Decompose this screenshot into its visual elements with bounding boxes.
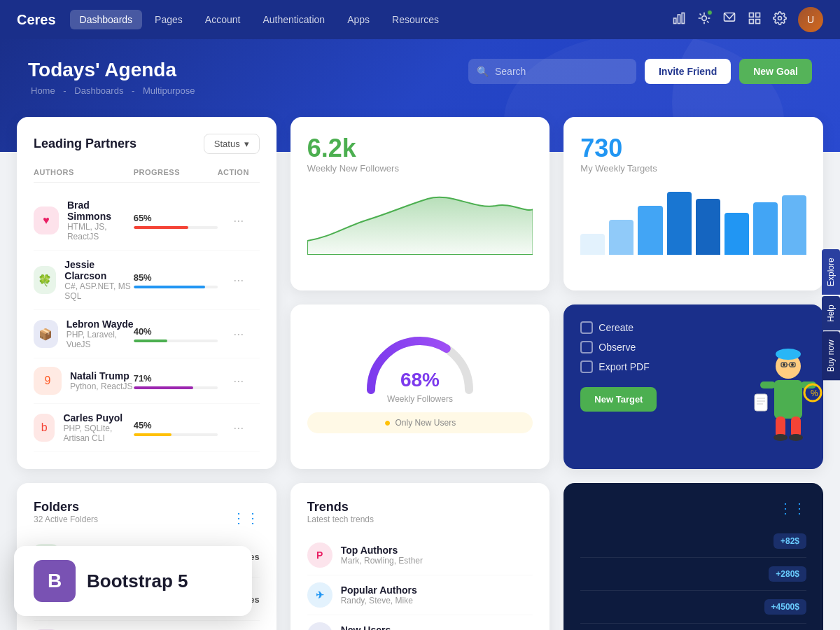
side-tab-explore[interactable]: Explore	[822, 249, 840, 295]
list-item: ⬆ Project Rider New frontend admin theme…	[34, 621, 260, 630]
progress-pct: 65%	[134, 213, 218, 223]
partner-info: 9 Natali Trump Python, ReactJS	[34, 367, 134, 395]
leading-partners-card: Leading Partners Status ▾ Authors Progre…	[17, 117, 276, 469]
table-row: ♥ Brad Simmons HTML, JS, ReactJS 65% ···	[34, 191, 260, 251]
col-progress: Progress	[134, 168, 218, 176]
bootstrap-icon: B	[34, 560, 76, 602]
more-button[interactable]: ···	[218, 374, 260, 388]
table-header: Authors Progress Action	[34, 168, 260, 183]
progress-col: 45%	[134, 420, 218, 436]
progress-col: 65%	[134, 213, 218, 229]
area-chart	[307, 185, 533, 255]
weekly-followers-card: 6.2k Weekly New Followers	[290, 117, 550, 290]
list-item: P Top Authors Mark, Rowling, Esther	[307, 536, 533, 575]
partner-skills: HTML, JS, ReactJS	[67, 222, 134, 241]
avatar[interactable]: U	[798, 7, 823, 32]
partner-skills: PHP, Laravel, VueJS	[66, 330, 134, 349]
brand-logo[interactable]: Ceres	[17, 12, 56, 28]
partner-details: Jessie Clarcson C#, ASP.NET, MS SQL	[64, 259, 133, 301]
table-row: 📦 Lebron Wayde PHP, Laravel, VueJS 40% ·…	[34, 310, 260, 358]
progress-fill	[134, 386, 193, 389]
partner-avatar: ♥	[34, 206, 59, 234]
table-row: 9 Natali Trump Python, ReactJS 71% ···	[34, 358, 260, 404]
progress-col: 40%	[134, 326, 218, 342]
partner-details: Natali Trump Python, ReactJS	[70, 370, 132, 391]
breadcrumb-multipurpose[interactable]: Multipurpose	[143, 85, 195, 96]
message-icon[interactable]	[722, 11, 736, 29]
more-button[interactable]: ···	[218, 421, 260, 435]
sparkle-icon[interactable]	[697, 11, 711, 29]
table-row: b Carles Puyol PHP, SQLite, Artisan CLI …	[34, 404, 260, 452]
gain-badge: +82$	[774, 533, 806, 549]
partners-list: ♥ Brad Simmons HTML, JS, ReactJS 65% ···…	[34, 191, 260, 452]
status-dropdown[interactable]: Status ▾	[204, 134, 260, 154]
search-input[interactable]	[468, 59, 636, 84]
progress-pct: 40%	[134, 326, 218, 337]
partner-info: 📦 Lebron Wayde PHP, Laravel, VueJS	[34, 318, 134, 349]
svg-rect-11	[750, 13, 754, 17]
trend-icon: P	[307, 542, 332, 568]
partner-skills: C#, ASP.NET, MS SQL	[64, 281, 133, 301]
nav-item-account[interactable]: Account	[195, 10, 251, 29]
gauge-card: 68% Weekly Followers ● Only New Users	[290, 304, 550, 469]
dark-item: +82$	[580, 525, 806, 558]
svg-rect-13	[750, 19, 754, 23]
partner-details: Brad Simmons HTML, JS, ReactJS	[67, 200, 134, 241]
side-tab-buy-now[interactable]: Buy now	[822, 332, 840, 381]
option-label: Export PDF	[598, 361, 649, 372]
svg-text:%: %	[811, 388, 818, 398]
progress-bar	[134, 286, 218, 288]
svg-rect-1	[678, 15, 680, 24]
partner-info: ♥ Brad Simmons HTML, JS, ReactJS	[34, 200, 134, 241]
more-button[interactable]: ···	[218, 273, 260, 288]
card-title: Leading Partners	[34, 136, 136, 151]
side-tab-help[interactable]: Help	[822, 296, 840, 330]
trends-card: Trends Latest tech trends P Top Authors …	[290, 483, 550, 630]
targets-label: My Weekly Targets	[580, 163, 806, 174]
nav-item-authentication[interactable]: Authentication	[253, 10, 335, 29]
hero-title: Todays' Agenda	[28, 59, 812, 81]
svg-line-7	[707, 21, 708, 22]
list-item: V New Users John, Pat, Jimmy	[307, 615, 533, 630]
card-header: Leading Partners Status ▾	[34, 134, 260, 154]
gain-badge: +280$	[769, 566, 806, 582]
partner-avatar: 🍀	[34, 266, 56, 294]
dark-panel-dots-icon[interactable]: ⋮⋮	[778, 500, 806, 517]
invite-friend-button[interactable]: Invite Friend	[645, 59, 731, 84]
followers-label: Weekly New Followers	[307, 163, 533, 174]
table-row: 🍀 Jessie Clarcson C#, ASP.NET, MS SQL 85…	[34, 251, 260, 310]
new-goal-button[interactable]: New Goal	[739, 59, 812, 84]
bootstrap-title: Bootstrap 5	[87, 570, 188, 592]
svg-point-18	[776, 349, 801, 360]
partner-avatar: 9	[34, 367, 62, 395]
partner-skills: PHP, SQLite, Artisan CLI	[63, 424, 133, 443]
progress-pct: 45%	[134, 420, 218, 430]
navbar: Ceres Dashboards Pages Account Authentic…	[0, 0, 840, 39]
list-item: ✈ Popular Authors Randy, Steve, Mike	[307, 575, 533, 615]
progress-bar	[134, 226, 218, 229]
progress-bar	[134, 386, 218, 389]
illustration: %	[746, 304, 823, 469]
bar-item	[580, 234, 605, 255]
nav-item-pages[interactable]: Pages	[145, 10, 192, 29]
settings-icon[interactable]	[773, 11, 787, 29]
grid-icon[interactable]	[748, 11, 762, 29]
nav-item-resources[interactable]: Resources	[382, 10, 449, 29]
folders-more-icon[interactable]: ⋮⋮	[232, 510, 260, 526]
svg-rect-32	[755, 394, 767, 411]
breadcrumb-home[interactable]: Home	[31, 85, 55, 96]
option-checkbox	[580, 321, 593, 334]
svg-point-28	[774, 434, 788, 441]
dark-item: +280$	[580, 558, 806, 591]
breadcrumb-dashboards[interactable]: Dashboards	[74, 85, 123, 96]
chart-icon[interactable]	[672, 11, 686, 29]
nav-item-apps[interactable]: Apps	[337, 10, 379, 29]
more-button[interactable]: ···	[218, 327, 260, 342]
new-target-button[interactable]: New Target	[580, 387, 657, 412]
dark-item: +4500$	[580, 591, 806, 624]
followers-value: 6.2k	[307, 134, 533, 163]
more-button[interactable]: ···	[218, 214, 260, 228]
progress-fill	[134, 433, 172, 436]
nav-item-dashboards[interactable]: Dashboards	[70, 10, 143, 29]
bar-item	[609, 220, 634, 255]
